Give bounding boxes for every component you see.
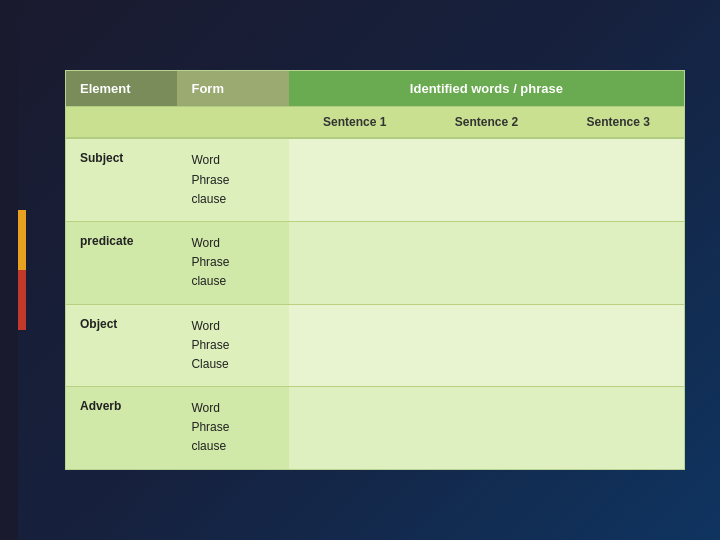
header-form: Form <box>177 71 288 107</box>
table-row: predicateWordPhraseclause <box>66 221 684 304</box>
row-sentence3-cell <box>552 304 684 387</box>
subheader-sentence1: Sentence 1 <box>289 107 421 139</box>
subheader-sentence2: Sentence 2 <box>421 107 553 139</box>
accent-top <box>18 210 26 270</box>
main-table-container: Element Form Identified words / phrase S… <box>65 70 685 469</box>
row-sentence3-cell <box>552 387 684 469</box>
accent-bottom <box>18 270 26 330</box>
header-identified: Identified words / phrase <box>289 71 684 107</box>
row-element-cell: predicate <box>66 221 177 304</box>
row-sentence1-cell <box>289 138 421 221</box>
header-row-1: Element Form Identified words / phrase <box>66 71 684 107</box>
table-row: SubjectWordPhraseclause <box>66 138 684 221</box>
grammar-table: Element Form Identified words / phrase S… <box>66 71 684 468</box>
row-element-cell: Object <box>66 304 177 387</box>
row-sentence2-cell <box>421 221 553 304</box>
row-sentence2-cell <box>421 138 553 221</box>
row-sentence2-cell <box>421 387 553 469</box>
row-form-cell: WordPhraseclause <box>177 221 288 304</box>
side-accent-bars <box>18 210 26 330</box>
subheader-sentence3: Sentence 3 <box>552 107 684 139</box>
table-row: ObjectWordPhraseClause <box>66 304 684 387</box>
header-element: Element <box>66 71 177 107</box>
row-sentence2-cell <box>421 304 553 387</box>
row-element-cell: Subject <box>66 138 177 221</box>
side-bar-left <box>0 0 18 540</box>
row-sentence3-cell <box>552 221 684 304</box>
row-element-cell: Adverb <box>66 387 177 469</box>
row-sentence1-cell <box>289 304 421 387</box>
subheader-element-empty <box>66 107 177 139</box>
row-form-cell: WordPhraseclause <box>177 387 288 469</box>
table-body: SubjectWordPhraseclausepredicateWordPhra… <box>66 138 684 468</box>
row-sentence3-cell <box>552 138 684 221</box>
header-row-2: Sentence 1 Sentence 2 Sentence 3 <box>66 107 684 139</box>
subheader-form-empty <box>177 107 288 139</box>
table-row: AdverbWordPhraseclause <box>66 387 684 469</box>
row-sentence1-cell <box>289 221 421 304</box>
row-form-cell: WordPhraseClause <box>177 304 288 387</box>
row-sentence1-cell <box>289 387 421 469</box>
row-form-cell: WordPhraseclause <box>177 138 288 221</box>
